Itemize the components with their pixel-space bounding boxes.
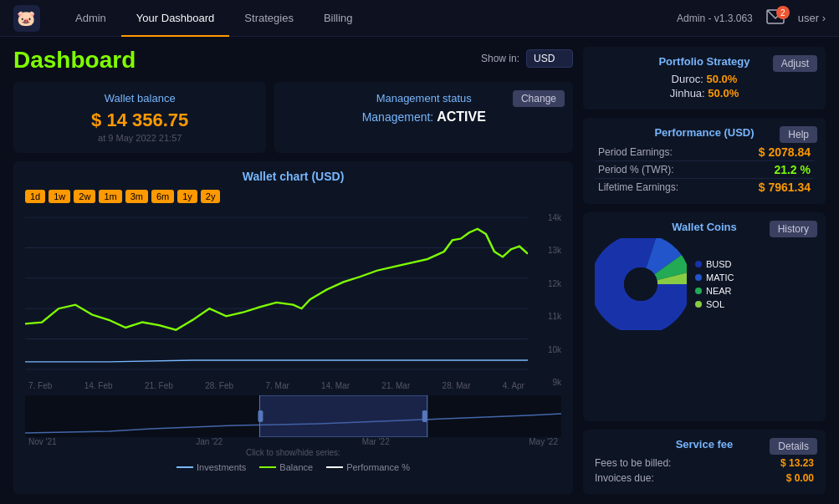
history-button[interactable]: History — [770, 221, 817, 237]
logo-area: 🐷 — [13, 5, 40, 32]
sol-label: SOL — [706, 299, 724, 309]
time-btn-2y[interactable]: 2y — [201, 190, 221, 203]
jinhua-value: 50.0% — [708, 87, 739, 99]
investments-line-legend — [176, 466, 193, 468]
nav-right: Admin - v1.3.063 2 user › — [677, 9, 826, 27]
legend-investments[interactable]: Investments — [176, 462, 246, 472]
balance-line — [25, 229, 528, 330]
pie-legend-busd: BUSD — [695, 259, 734, 269]
wallet-title: Wallet balance — [27, 92, 253, 104]
invoices-key: Invoices due: — [595, 472, 654, 484]
duroc-key: Duroc: — [672, 73, 707, 85]
time-btn-1d[interactable]: 1d — [25, 190, 45, 203]
date-2: 14. Feb — [84, 381, 113, 390]
pie-center — [624, 267, 657, 301]
logo-icon: 🐷 — [13, 5, 40, 32]
nav-links: Admin Your Dashboard Strategies Billing — [60, 0, 677, 37]
navbar: 🐷 Admin Your Dashboard Strategies Billin… — [0, 0, 839, 37]
mgmt-label: Management: — [362, 110, 434, 124]
mini-date-4: May '22 — [529, 437, 558, 446]
chart-wrapper: 14k 13k 12k 11k 10k 9k — [25, 210, 561, 390]
change-button[interactable]: Change — [513, 90, 565, 107]
user-menu[interactable]: user › — [798, 12, 826, 24]
period-earnings-key: Period Earnings: — [598, 146, 673, 158]
fees-val: $ 13.23 — [780, 457, 814, 469]
nav-billing[interactable]: Billing — [309, 0, 368, 37]
legend-row: Investments Balance Performance % — [25, 462, 561, 472]
near-label: NEAR — [706, 286, 732, 296]
time-btn-6m[interactable]: 6m — [151, 190, 174, 203]
time-btn-3m[interactable]: 3m — [125, 190, 148, 203]
adjust-button[interactable]: Adjust — [773, 55, 817, 72]
service-card: Service fee Details Fees to be billed: $… — [583, 430, 826, 494]
right-panel: Portfolio Strategy Adjust Duroc: 50.0% J… — [583, 47, 826, 494]
pie-legend-matic: MATIC — [695, 272, 734, 283]
time-btn-1m[interactable]: 1m — [99, 190, 121, 203]
help-button[interactable]: Help — [780, 126, 817, 143]
nav-strategies[interactable]: Strategies — [229, 0, 309, 37]
fees-row: Fees to be billed: $ 13.23 — [595, 456, 814, 471]
y-label-14k: 14k — [531, 213, 561, 222]
management-card: Management status Management: ACTIVE Cha… — [274, 82, 573, 153]
legend-balance[interactable]: Balance — [259, 462, 313, 472]
main-content: Dashboard Show in: USD BTC EUR Wallet ba… — [0, 37, 839, 504]
busd-dot — [695, 261, 702, 267]
date-3: 21. Feb — [145, 381, 173, 390]
top-cards: Wallet balance $ 14 356.75 at 9 May 2022… — [13, 82, 573, 153]
wallet-balance: $ 14 356.75 — [27, 109, 253, 131]
chart-area: 7. Feb 14. Feb 21. Feb 28. Feb 7. Mar 14… — [25, 210, 528, 390]
time-btn-1y[interactable]: 1y — [177, 190, 197, 203]
matic-label: MATIC — [706, 272, 734, 283]
mini-chart-svg — [25, 395, 561, 437]
nav-dashboard[interactable]: Your Dashboard — [121, 0, 229, 37]
drag-left — [258, 410, 263, 422]
date-4: 28. Feb — [205, 381, 233, 390]
pie-legend-near: NEAR — [695, 286, 734, 296]
mini-date-3: Mar '22 — [362, 437, 390, 446]
date-9: 4. Apr — [503, 381, 524, 390]
show-in-row: Show in: USD BTC EUR — [481, 49, 573, 68]
chart-section: Wallet chart (USD) 1d 1w 2w 1m 3m 6m 1y … — [13, 161, 573, 494]
page-title: Dashboard — [13, 47, 136, 74]
y-label-13k: 13k — [531, 246, 561, 255]
duroc-value: 50.0% — [707, 73, 738, 85]
portfolio-row-duroc: Duroc: 50.0% — [595, 73, 814, 85]
details-button[interactable]: Details — [770, 438, 817, 455]
period-pct-key: Period % (TWR): — [598, 164, 674, 176]
y-axis: 14k 13k 12k 11k 10k 9k — [531, 210, 561, 390]
date-6: 14. Mar — [321, 381, 350, 390]
chart-title: Wallet chart (USD) — [25, 170, 561, 183]
date-1: 7. Feb — [28, 381, 52, 390]
date-7: 21. Mar — [381, 381, 410, 390]
drag-right — [422, 410, 427, 422]
legend-performance[interactable]: Performance % — [326, 462, 410, 472]
time-btn-1w[interactable]: 1w — [49, 190, 70, 203]
wallet-date: at 9 May 2022 21:57 — [27, 133, 253, 143]
mini-selection — [259, 395, 427, 437]
balance-line-legend — [259, 466, 276, 468]
period-earnings-row: Period Earnings: $ 2078.84 — [595, 144, 814, 161]
lifetime-earnings-key: Lifetime Earnings: — [598, 181, 678, 193]
currency-select[interactable]: USD BTC EUR — [526, 49, 573, 68]
jinhua-key: Jinhua: — [670, 87, 709, 99]
performance-label: Performance % — [346, 462, 410, 472]
title-row: Dashboard Show in: USD BTC EUR — [13, 47, 573, 74]
portfolio-row-jinhua: Jinhua: 50.0% — [595, 87, 814, 99]
y-label-12k: 12k — [531, 279, 561, 288]
time-btn-2w[interactable]: 2w — [74, 190, 95, 203]
nav-admin[interactable]: Admin — [60, 0, 121, 37]
mgmt-status: Management: ACTIVE — [288, 109, 560, 125]
investments-line — [25, 360, 528, 362]
y-label-9k: 9k — [531, 378, 561, 387]
version-text: Admin - v1.3.063 — [677, 13, 753, 24]
lifetime-earnings-row: Lifetime Earnings: $ 7961.34 — [595, 179, 814, 196]
invoices-row: Invoices due: $ 0.00 — [595, 471, 814, 486]
mini-dates: Nov '21 Jan '22 Mar '22 May '22 — [25, 437, 561, 446]
balance-label: Balance — [279, 462, 313, 472]
left-panel: Dashboard Show in: USD BTC EUR Wallet ba… — [13, 47, 573, 494]
mail-badge: 2 — [776, 6, 790, 19]
mail-button[interactable]: 2 — [766, 9, 785, 27]
mini-date-1: Nov '21 — [28, 437, 57, 446]
period-pct-row: Period % (TWR): 21.2 % — [595, 161, 814, 179]
legend-hint: Click to show/hide series: — [25, 448, 561, 457]
